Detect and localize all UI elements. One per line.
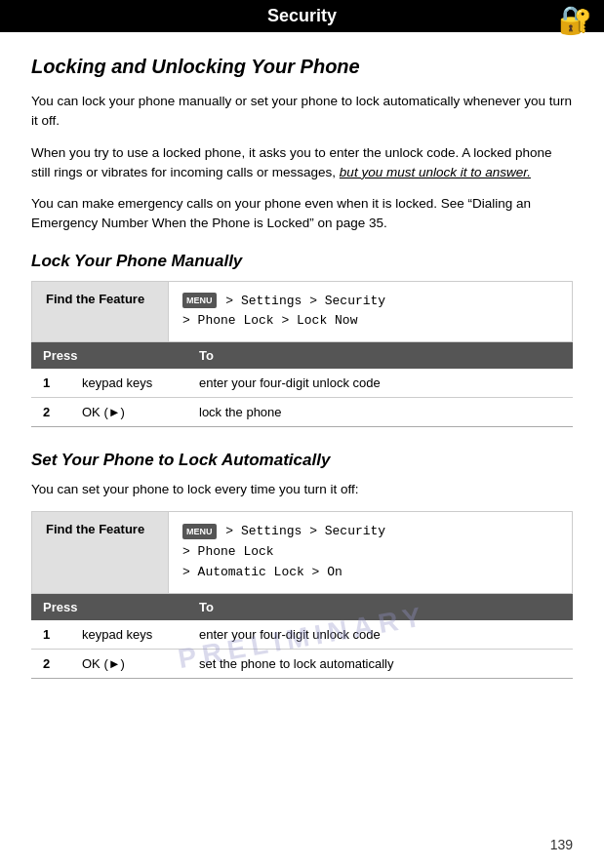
menu-key-1: MENU	[182, 293, 217, 308]
table-row: 2 OK (►) lock the phone	[31, 398, 573, 427]
lock-icon: 🔐	[558, 4, 592, 36]
row-num: 2	[31, 649, 70, 678]
section2-press-col: Press	[31, 594, 187, 620]
section2-feature-label: Find the Feature	[32, 512, 169, 592]
section2-feature-content: MENU > Settings > Security > Phone Lock …	[169, 512, 399, 592]
section1-title: Lock Your Phone Manually	[31, 252, 573, 271]
table-row: 1 keypad keys enter your four-digit unlo…	[31, 620, 573, 650]
paragraph-1: You can lock your phone manually or set …	[31, 92, 573, 132]
row-to: set the phone to lock automatically	[187, 649, 573, 678]
page-number: 139	[550, 837, 573, 852]
section2-table: Press To 1 keypad keys enter your four-d…	[31, 594, 573, 679]
main-title: Locking and Unlocking Your Phone	[31, 56, 573, 78]
row-press: keypad keys	[70, 620, 187, 650]
section1-table-header: Press To	[31, 342, 573, 369]
row-press: keypad keys	[70, 369, 187, 398]
section2-table-header: Press To	[31, 594, 573, 620]
table-row: 2 OK (►) set the phone to lock automatic…	[31, 649, 573, 678]
section1-feature-line1: > Settings > Security	[225, 294, 385, 308]
row-press: OK (►)	[70, 649, 187, 678]
section1-feature-label: Find the Feature	[32, 282, 169, 342]
main-content: Locking and Unlocking Your Phone You can…	[0, 32, 604, 718]
section1-to-col: To	[187, 342, 573, 369]
section1-feature-content: MENU > Settings > Security > Phone Lock …	[169, 282, 399, 342]
section2-to-col: To	[187, 594, 573, 620]
row-num: 1	[31, 369, 70, 398]
section1-feature-box: Find the Feature MENU > Settings > Secur…	[31, 281, 573, 343]
section2-feature-line1: > Settings > Security	[225, 524, 385, 538]
page-header: Security 🔐	[0, 0, 604, 32]
row-num: 2	[31, 398, 70, 427]
row-to: lock the phone	[187, 398, 573, 427]
header-title: Security	[267, 6, 337, 25]
para2-italic: but you must unlock it to answer.	[340, 165, 531, 179]
row-num: 1	[31, 620, 70, 650]
paragraph-2: When you try to use a locked phone, it a…	[31, 143, 573, 183]
section2-title: Set Your Phone to Lock Automatically	[31, 451, 573, 470]
table-row: 1 keypad keys enter your four-digit unlo…	[31, 369, 573, 398]
section2-feature-line3: > Automatic Lock > On	[182, 565, 342, 579]
menu-key-2: MENU	[182, 524, 217, 539]
section1-table: Press To 1 keypad keys enter your four-d…	[31, 342, 573, 427]
paragraph-3: You can make emergency calls on your pho…	[31, 194, 573, 234]
section1-feature-line2: > Phone Lock > Lock Now	[182, 313, 357, 328]
section1-press-col: Press	[31, 342, 187, 369]
section2-body: You can set your phone to lock every tim…	[31, 480, 573, 499]
section2-feature-box: Find the Feature MENU > Settings > Secur…	[31, 511, 573, 593]
section2-feature-line2: > Phone Lock	[182, 544, 274, 559]
row-to: enter your four-digit unlock code	[187, 620, 573, 650]
row-to: enter your four-digit unlock code	[187, 369, 573, 398]
row-press: OK (►)	[70, 398, 187, 427]
